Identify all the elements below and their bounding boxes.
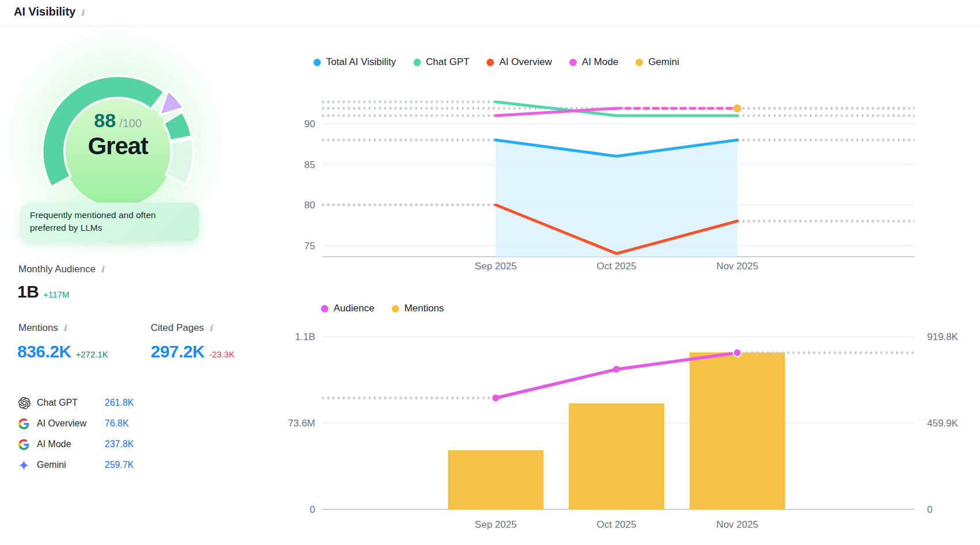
platform-value[interactable]: 237.8K [105, 439, 134, 449]
score-max: /100 [119, 117, 141, 130]
legend-label: Chat GPT [426, 56, 470, 68]
y-tick-label: 80 [304, 200, 315, 211]
platform-breakdown-list: Chat GPT261.8KAI Overview76.8KAI Mode237… [18, 392, 156, 475]
y-tick-label: 85 [304, 159, 315, 170]
legend-label: AI Overview [499, 56, 552, 68]
gemini-icon [18, 460, 32, 471]
score-value: 88 [94, 109, 116, 132]
platform-label: AI Mode [37, 439, 105, 449]
score-text: 88 /100 Great [17, 109, 219, 160]
platform-value[interactable]: 261.8K [105, 398, 134, 408]
mentions-value-row: 836.2K +272.1K [17, 342, 108, 361]
cited-pages-label: Cited Pagesi [151, 322, 212, 334]
monthly-audience-value: 1B [17, 282, 39, 302]
chatgpt-icon [18, 397, 32, 409]
platform-row-chat-gpt: Chat GPT261.8K [18, 392, 156, 413]
google-icon [18, 418, 32, 429]
left-tick-label: 0 [310, 504, 315, 515]
legend-item-ai-overview[interactable]: AI Overview [487, 56, 552, 68]
info-icon[interactable]: i [63, 323, 67, 333]
platform-row-ai-overview: AI Overview76.8K [18, 413, 156, 434]
legend-dot [414, 59, 421, 66]
cited-pages-value-row: 297.2K -23.3K [151, 342, 235, 361]
ai-visibility-dashboard: AI Visibilityi 88 /100 Great Frequently … [0, 0, 980, 545]
platform-row-gemini: Gemini259.7K [18, 455, 156, 475]
info-icon[interactable]: i [101, 264, 104, 275]
platform-label: Chat GPT [37, 398, 105, 408]
legend-label: Gemini [648, 56, 679, 68]
right-tick-label: 0 [927, 504, 932, 515]
point-gemini [733, 104, 741, 112]
right-tick-label: 459.9K [927, 418, 959, 429]
legend-dot [487, 59, 494, 66]
bar-sep-2025 [448, 450, 543, 509]
point-audience-nov-2025 [733, 349, 741, 357]
legend-dot [313, 59, 321, 66]
mentions-value[interactable]: 836.2K [17, 342, 71, 361]
info-icon[interactable]: i [209, 323, 213, 333]
y-tick-label: 75 [304, 241, 315, 251]
legend-item-gemini[interactable]: Gemini [636, 56, 679, 68]
platform-value[interactable]: 76.8K [105, 418, 129, 429]
cited-pages-value[interactable]: 297.2K [151, 342, 205, 361]
legend-label: AI Mode [582, 56, 618, 68]
point-audience-sep-2025 [492, 394, 499, 401]
left-tick-label: 573.6M [288, 418, 315, 429]
x-tick-label: Nov 2025 [717, 519, 759, 530]
info-icon[interactable]: i [81, 7, 84, 18]
legend-label: Total AI Visibility [326, 56, 396, 68]
page-title-text: AI Visibility [14, 5, 75, 18]
audience-mentions-chart: 1.1B573.6M0919.8K459.9K0Sep 2025Oct 2025… [288, 296, 980, 541]
x-tick-label: Sep 2025 [475, 261, 517, 272]
platform-label: Gemini [37, 460, 105, 470]
score-description-pill: Frequently mentioned and often preferred… [21, 203, 199, 241]
platform-label: AI Overview [37, 418, 105, 429]
y-tick-label: 90 [304, 119, 315, 129]
visibility-line-chart: 90858075Sep 2025Oct 2025Nov 2025 [288, 75, 980, 276]
cited-pages-delta: -23.3K [209, 349, 235, 359]
x-tick-label: Nov 2025 [717, 261, 759, 272]
header: AI Visibilityi [0, 0, 980, 26]
bar-oct-2025 [569, 403, 664, 509]
google-icon [18, 439, 32, 450]
point-audience-oct-2025 [613, 366, 620, 373]
legend-item-ai-mode[interactable]: AI Mode [569, 56, 618, 68]
monthly-audience-label: Monthly Audiencei [18, 264, 104, 275]
monthly-audience-delta: +117M [43, 289, 69, 299]
x-tick-label: Sep 2025 [475, 519, 517, 530]
legend-dot [636, 59, 643, 66]
x-tick-label: Oct 2025 [597, 261, 637, 272]
legend-item-total-ai-visibility[interactable]: Total AI Visibility [313, 56, 396, 68]
score-rating: Great [17, 132, 219, 160]
visibility-chart-legend: Total AI VisibilityChat GPTAI OverviewAI… [313, 56, 679, 68]
platform-row-ai-mode: AI Mode237.8K [18, 434, 156, 455]
mentions-delta: +272.1K [76, 349, 108, 359]
legend-item-chat-gpt[interactable]: Chat GPT [414, 56, 470, 68]
left-tick-label: 1.1B [295, 331, 315, 342]
monthly-audience-value-row: 1B +117M [17, 282, 70, 302]
right-tick-label: 919.8K [927, 331, 959, 342]
page-title: AI Visibilityi [14, 5, 84, 18]
mentions-label: Mentionsi [18, 322, 67, 334]
bar-nov-2025 [690, 352, 785, 509]
platform-value[interactable]: 259.7K [105, 460, 134, 470]
legend-dot [569, 59, 577, 66]
x-tick-label: Oct 2025 [597, 519, 637, 530]
